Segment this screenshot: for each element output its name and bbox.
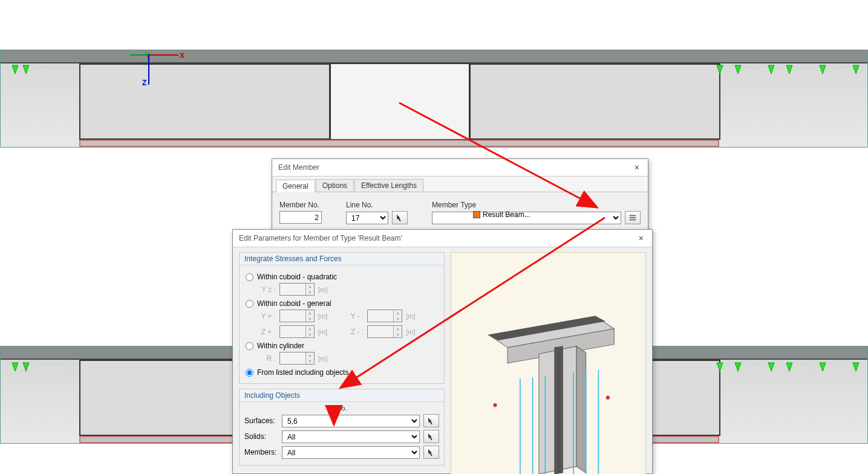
yz-unit: [m] xyxy=(318,286,327,293)
edit-member-tabs: General Options Effective Lengths xyxy=(272,177,648,192)
edit-member-dialog: Edit Member × General Options Effective … xyxy=(272,158,648,235)
edit-member-titlebar[interactable]: Edit Member × xyxy=(272,159,648,177)
general-y-row: Y + : ▲▼ [m] Y - : ▲▼ [m] xyxy=(259,310,438,322)
close-icon[interactable]: × xyxy=(636,233,646,243)
yz-label: Y z : xyxy=(259,285,276,294)
radio-from-listed[interactable] xyxy=(246,369,253,377)
group-integrate: Integrate Stresses and Forces Within cub… xyxy=(239,252,445,384)
zplus-label: Z + : xyxy=(259,328,276,336)
solids-row: Solids: All xyxy=(244,430,439,443)
edit-member-title: Edit Member xyxy=(278,163,632,172)
radio-general-label: Within cuboid - general xyxy=(257,299,331,308)
member-no-field-group: Member No. xyxy=(279,201,322,224)
radio-quadratic-row[interactable]: Within cuboid - quadratic xyxy=(246,273,438,281)
line-no-select[interactable]: 17 xyxy=(346,212,388,224)
line-no-field-group: Line No. 17 xyxy=(346,201,408,227)
svg-point-32 xyxy=(493,403,497,407)
general-z-row: Z + : ▲▼ [m] Z - : ▲▼ [m] xyxy=(259,325,438,338)
member-type-select[interactable] xyxy=(432,212,621,224)
svg-rect-16 xyxy=(630,215,636,216)
radio-quadratic[interactable] xyxy=(246,273,253,281)
pick-icon xyxy=(427,417,436,425)
radio-general-row[interactable]: Within cuboid - general xyxy=(246,299,438,308)
radio-cylinder-label: Within cylinder xyxy=(257,342,304,350)
pick-surfaces-button[interactable] xyxy=(423,414,439,427)
edit-params-title: Edit Parameters for Member of Type 'Resu… xyxy=(239,234,636,242)
surfaces-select[interactable]: 5,6 xyxy=(282,415,420,427)
yminus-label: Y - : xyxy=(347,312,364,320)
pick-icon xyxy=(427,432,436,441)
web-2 xyxy=(330,63,469,140)
edit-params-titlebar[interactable]: Edit Parameters for Member of Type 'Resu… xyxy=(233,230,652,247)
pick-icon xyxy=(396,213,404,222)
svg-rect-17 xyxy=(630,217,636,218)
axis-x-label: X xyxy=(180,51,184,60)
edit-member-content: Member No. Line No. 17 Member xyxy=(272,192,648,235)
svg-marker-22 xyxy=(576,346,586,473)
line-no-label: Line No. xyxy=(346,201,408,209)
member-no-input[interactable] xyxy=(279,211,322,224)
surfaces-label: Surfaces: xyxy=(244,417,278,425)
radio-general[interactable] xyxy=(246,300,253,308)
group-objects-title: Including Objects xyxy=(240,389,444,402)
svg-point-33 xyxy=(606,396,610,400)
members-select[interactable]: All xyxy=(282,446,420,459)
axis-z-label: Z xyxy=(142,79,146,87)
member-no-label: Member No. xyxy=(279,201,322,209)
member-type-settings-button[interactable] xyxy=(625,211,641,224)
result-beam-preview-icon xyxy=(451,253,645,474)
quadratic-yz-row: Y z : ▲▼ [m] xyxy=(259,283,438,296)
pick-icon xyxy=(427,448,436,456)
members-row: Members: All xyxy=(244,446,439,459)
member-type-label: Member Type xyxy=(432,201,641,209)
group-including-objects: Including Objects No. Surfaces: 5,6 Soli… xyxy=(239,389,445,466)
edit-params-dialog: Edit Parameters for Member of Type 'Resu… xyxy=(232,229,653,474)
deck-slab xyxy=(1,50,867,63)
member-type-field-group: Member Type xyxy=(432,201,641,227)
model-view-upper xyxy=(0,50,868,148)
settings-icon xyxy=(628,213,637,222)
r-label: R : xyxy=(259,354,276,363)
radio-from-listed-label: From listed including objects xyxy=(257,368,348,377)
pick-solids-button[interactable] xyxy=(423,430,439,443)
spin-up-icon: ▲ xyxy=(305,284,314,290)
params-preview-pane xyxy=(451,252,646,474)
tab-options[interactable]: Options xyxy=(316,179,354,192)
close-icon[interactable]: × xyxy=(632,163,642,172)
objects-no-header: No. xyxy=(244,404,439,412)
zminus-label: Z - : xyxy=(347,328,364,336)
bottom-flange xyxy=(79,140,719,147)
solids-label: Solids: xyxy=(244,432,278,441)
solids-select[interactable]: All xyxy=(282,430,420,443)
yplus-label: Y + : xyxy=(259,312,276,320)
pick-line-button[interactable] xyxy=(392,211,408,224)
web-3 xyxy=(469,63,720,140)
tab-general[interactable]: General xyxy=(276,180,315,192)
surfaces-row: Surfaces: 5,6 xyxy=(244,414,439,427)
pick-members-button[interactable] xyxy=(423,446,439,459)
group-integrate-title: Integrate Stresses and Forces xyxy=(240,253,444,265)
spin-down-icon: ▼ xyxy=(305,290,314,296)
tab-effective-lengths[interactable]: Effective Lengths xyxy=(354,179,423,192)
radio-cylinder-row[interactable]: Within cylinder xyxy=(246,342,438,350)
svg-rect-18 xyxy=(630,219,636,221)
radio-from-listed-row[interactable]: From listed including objects xyxy=(246,368,438,377)
members-label: Members: xyxy=(244,448,278,456)
edit-params-body: Integrate Stresses and Forces Within cub… xyxy=(233,247,652,474)
params-left-panel: Integrate Stresses and Forces Within cub… xyxy=(233,247,451,474)
radio-cylinder[interactable] xyxy=(246,342,253,350)
web-1 xyxy=(79,63,330,140)
cylinder-r-row: R : ▲▼ [m] xyxy=(259,352,438,365)
radio-quadratic-label: Within cuboid - quadratic xyxy=(257,273,337,281)
